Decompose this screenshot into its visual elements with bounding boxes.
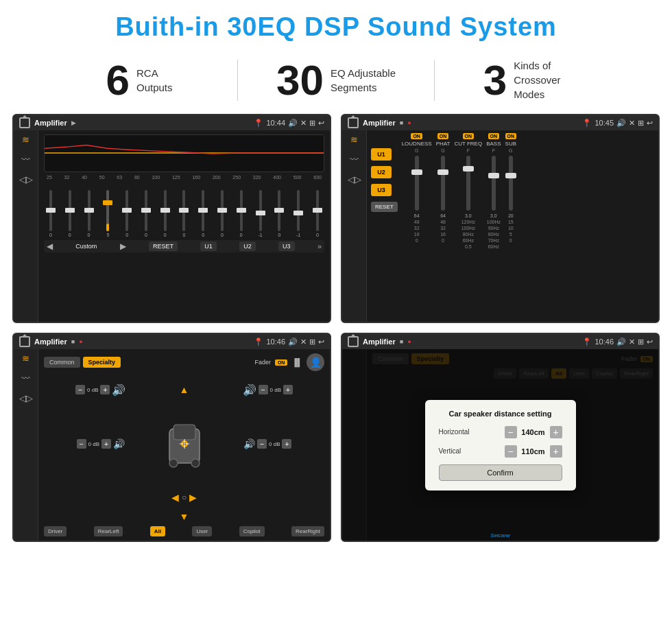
u3-btn[interactable]: U3: [371, 184, 392, 196]
dialog-title: Car speaker distance setting: [439, 410, 562, 418]
home-icon-3[interactable]: [19, 336, 30, 347]
expand-icon-4: ⊞: [638, 338, 644, 346]
eq-reset-btn[interactable]: RESET: [149, 241, 178, 251]
rearleft-btn[interactable]: RearLeft: [94, 526, 123, 536]
eq-slider-14[interactable]: 0: [312, 190, 323, 237]
eq-icon[interactable]: ≋: [22, 134, 29, 145]
amp-eq-icon[interactable]: ≋: [350, 134, 358, 145]
speaker-icon[interactable]: ◁▷: [19, 174, 33, 185]
eq-next-btn[interactable]: ▶: [120, 241, 126, 251]
eq-slider-8[interactable]: 0: [197, 190, 208, 237]
sub-name: SUB: [505, 141, 516, 147]
db-plus-mr[interactable]: +: [282, 439, 291, 449]
db-minus-tr[interactable]: −: [259, 385, 268, 394]
dialog-vertical-minus[interactable]: −: [505, 445, 517, 458]
all-btn[interactable]: All: [150, 526, 165, 536]
eq-slider-10[interactable]: 0: [236, 190, 247, 237]
db-minus-mr[interactable]: −: [257, 439, 267, 449]
bass-slider[interactable]: [492, 156, 496, 211]
rearright-btn[interactable]: RearRight: [291, 526, 324, 536]
bass-on[interactable]: ON: [488, 133, 500, 139]
home-icon-2[interactable]: [348, 117, 359, 128]
eq-slider-6[interactable]: 0: [160, 190, 171, 237]
eq-slider-2[interactable]: 0: [84, 190, 95, 237]
app-title-2: Amplifier: [363, 119, 396, 127]
speaker-tl: 🔊: [112, 383, 125, 397]
back-icon-2: ↩: [647, 119, 653, 128]
avatar-icon[interactable]: 👤: [307, 353, 324, 371]
eq-slider-0[interactable]: 0: [45, 190, 56, 237]
cutfreq-on[interactable]: ON: [463, 133, 475, 139]
home-icon-4[interactable]: [348, 336, 359, 347]
db-ctrl-ml: − 0 dB + 🔊: [77, 438, 125, 449]
loudness-slider[interactable]: [415, 156, 419, 211]
db-plus-tl[interactable]: +: [100, 385, 110, 394]
db-ctrl-tr: 🔊 − 0 dB +: [243, 383, 293, 397]
fader-wave-icon[interactable]: 〰: [21, 373, 30, 383]
arrow-left[interactable]: ◀: [171, 492, 179, 503]
freq-63: 63: [117, 175, 122, 180]
eq-slider-9[interactable]: 0: [217, 190, 228, 237]
bass-name: BASS: [486, 141, 501, 147]
screen-eq: Amplifier ▶ 📍 10:44 🔊 ✕ ⊞ ↩ ≋ 〰 ◁▷: [12, 114, 331, 323]
fader-speaker-icon[interactable]: ◁▷: [19, 393, 33, 403]
db-plus-ml[interactable]: +: [101, 439, 111, 449]
db-ctrl-tl: − 0 dB + 🔊: [75, 383, 125, 397]
fader-sidebar: ≋ 〰 ◁▷: [14, 349, 38, 541]
screen4-body: Common Specialty Fader ON Driver RearLef…: [342, 349, 658, 541]
wave-icon[interactable]: 〰: [21, 154, 30, 165]
dialog-vertical-plus[interactable]: +: [550, 445, 562, 458]
eq-prev-btn[interactable]: ◀: [47, 241, 53, 251]
eq-slider-1[interactable]: 0: [64, 190, 75, 237]
stat-eq-label: EQ AdjustableSegments: [331, 66, 396, 95]
eq-u1-btn[interactable]: U1: [200, 241, 217, 251]
sub-slider[interactable]: [509, 156, 513, 211]
fader-on-badge[interactable]: ON: [275, 359, 288, 366]
freq-200: 200: [213, 175, 221, 180]
arrow-down[interactable]: ▼: [180, 511, 189, 522]
eq-slider-5[interactable]: 0: [141, 190, 152, 237]
bass-val: 3.0: [490, 213, 497, 218]
freq-80: 80: [134, 175, 140, 180]
eq-slider-12[interactable]: 0: [274, 190, 285, 237]
circle-icon: ○: [182, 493, 187, 502]
tab-specialty[interactable]: Specialty: [83, 357, 121, 368]
sub-on[interactable]: ON: [505, 133, 517, 139]
eq-u3-btn[interactable]: U3: [278, 241, 295, 251]
home-icon-1[interactable]: [19, 117, 30, 128]
dialog-horizontal-minus[interactable]: −: [505, 426, 517, 438]
tab-common[interactable]: Common: [44, 357, 80, 368]
arrow-right[interactable]: ▶: [189, 492, 197, 503]
loudness-on[interactable]: ON: [411, 133, 422, 139]
pin-icon-4: 📍: [582, 338, 592, 346]
freq-25: 25: [47, 175, 52, 180]
eq-slider-3[interactable]: 5: [102, 190, 113, 237]
eq-sidebar: ≋ 〰 ◁▷: [14, 130, 38, 322]
cutfreq-slider[interactable]: [466, 156, 470, 211]
eq-slider-4[interactable]: 0: [121, 190, 132, 237]
screens-grid: Amplifier ▶ 📍 10:44 🔊 ✕ ⊞ ↩ ≋ 〰 ◁▷: [0, 108, 672, 547]
u2-btn[interactable]: U2: [371, 166, 392, 178]
db-minus-tl[interactable]: −: [75, 385, 85, 394]
copilot-btn[interactable]: Copilot: [239, 526, 265, 536]
dialog-horizontal-plus[interactable]: +: [550, 426, 562, 438]
driver-btn[interactable]: Driver: [44, 526, 67, 536]
fader-toggle[interactable]: ▐▌: [291, 358, 302, 366]
user-btn[interactable]: User: [192, 526, 212, 536]
phat-slider[interactable]: [441, 156, 445, 211]
amp-wave-icon[interactable]: 〰: [350, 154, 359, 165]
arrow-up[interactable]: ▲: [180, 384, 189, 395]
amp-speaker-icon[interactable]: ◁▷: [348, 174, 361, 185]
eq-slider-7[interactable]: 0: [178, 190, 189, 237]
u1-btn[interactable]: U1: [371, 148, 392, 161]
amp-reset-btn[interactable]: RESET: [371, 202, 398, 212]
eq-slider-13[interactable]: -1: [293, 190, 304, 237]
fader-eq-icon[interactable]: ≋: [22, 353, 29, 364]
eq-u2-btn[interactable]: U2: [239, 241, 256, 251]
confirm-button[interactable]: Confirm: [439, 464, 562, 481]
eq-slider-11[interactable]: -1: [255, 190, 266, 237]
dialog-vertical-label: Vertical: [439, 447, 477, 455]
db-plus-tr[interactable]: +: [283, 385, 293, 394]
db-minus-ml[interactable]: −: [77, 439, 86, 449]
phat-on[interactable]: ON: [437, 133, 449, 139]
